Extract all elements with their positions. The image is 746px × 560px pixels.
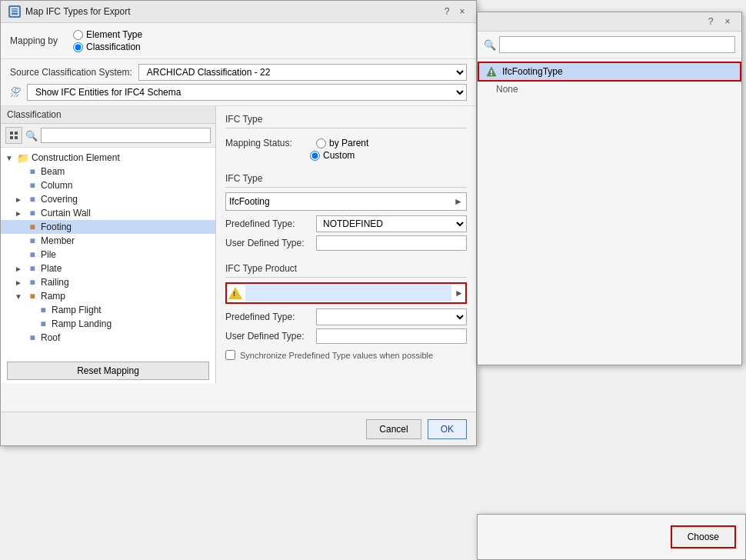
tree-label-ramp-flight: Ramp Flight: [52, 305, 102, 315]
close-button[interactable]: ×: [456, 5, 468, 18]
element-type-input[interactable]: [73, 30, 83, 40]
svg-rect-5: [10, 136, 13, 139]
custom-status-row: Custom: [310, 150, 467, 161]
ifc-type-product-row: ►: [225, 282, 467, 304]
tree-item-pile[interactable]: ■ Pile: [1, 248, 215, 262]
product-user-defined-type-input[interactable]: [316, 328, 467, 344]
search-toolbar: 🔍: [478, 32, 741, 58]
toggle-covering[interactable]: ►: [13, 194, 24, 205]
result-item-ifc-footing-type[interactable]: IfcFootingType: [478, 62, 741, 82]
main-dialog: Map IFC Types for Export ? × Mapping by …: [0, 0, 477, 446]
sync-checkbox-row: Synchronize Predefined Type values when …: [225, 350, 467, 360]
product-arrow-icon[interactable]: ►: [455, 288, 464, 298]
source-classification-combo[interactable]: ARCHICAD Classification - 22: [138, 64, 467, 81]
custom-label: Custom: [323, 150, 355, 161]
tree-item-member[interactable]: ■ Member: [1, 234, 215, 248]
reset-mapping-button[interactable]: Reset Mapping: [7, 362, 209, 380]
search-dialog-help[interactable]: ?: [704, 15, 717, 28]
classification-input[interactable]: [73, 42, 83, 52]
ok-button[interactable]: OK: [428, 419, 467, 439]
left-panel: Classification 🔍 ▼ 📁: [1, 106, 216, 383]
source-label: Source Classification System:: [10, 67, 132, 78]
custom-option[interactable]: Custom: [310, 150, 355, 161]
content-area: Classification 🔍 ▼ 📁: [1, 106, 476, 383]
tree-item-construction-element[interactable]: ▼ 📁 Construction Element: [1, 151, 215, 165]
tree-item-curtain-wall[interactable]: ► ■ Curtain Wall: [1, 206, 215, 220]
tree-label-beam: Beam: [41, 166, 65, 177]
tree-item-railing[interactable]: ► ■ Railing: [1, 275, 215, 289]
toggle-railing[interactable]: ►: [13, 277, 24, 288]
product-predefined-type-row: Predefined Type:: [225, 308, 467, 325]
tree-label-pile: Pile: [41, 249, 56, 260]
tree-item-covering[interactable]: ► ■ Covering: [1, 192, 215, 206]
tree-label-covering: Covering: [41, 194, 78, 205]
tree-item-ramp[interactable]: ▼ ■ Ramp: [1, 289, 215, 303]
product-predefined-type-combo[interactable]: [316, 308, 467, 325]
user-defined-type-input[interactable]: [316, 235, 467, 251]
toggle-ramp[interactable]: ▼: [13, 291, 24, 302]
element-type-radio[interactable]: Element Type: [73, 29, 142, 40]
element-icon-footing: ■: [26, 221, 38, 233]
svg-rect-0: [11, 8, 18, 15]
tree-item-ramp-landing[interactable]: ■ Ramp Landing: [1, 317, 215, 331]
element-icon-member: ■: [26, 235, 38, 247]
ifc-type-product-section: IFC Type Product ► Predefined Type: Us: [225, 263, 467, 360]
tree-item-footing[interactable]: ■ Footing: [1, 220, 215, 234]
ifc-type-value-row: IfcFooting ►: [225, 192, 467, 211]
toggle-curtain-wall[interactable]: ►: [13, 208, 24, 218]
result-item-none[interactable]: None: [478, 82, 741, 97]
search-dialog-close[interactable]: ×: [721, 15, 734, 28]
element-type-label: Element Type: [86, 29, 142, 40]
classification-search[interactable]: [41, 128, 211, 143]
toggle-plate[interactable]: ►: [13, 263, 24, 274]
mapping-by-section: Mapping by Element Type Classification: [1, 23, 476, 59]
sync-checkbox[interactable]: [225, 350, 235, 360]
folder-icon-construction: 📁: [17, 152, 29, 164]
tree-item-plate[interactable]: ► ■ Plate: [1, 262, 215, 275]
by-parent-option[interactable]: by Parent: [316, 138, 368, 148]
by-parent-radio[interactable]: [316, 138, 326, 148]
search-results-list: IfcFootingType None: [478, 58, 741, 100]
element-icon-roof: ■: [26, 332, 38, 344]
tree-item-roof[interactable]: ■ Roof: [1, 331, 215, 345]
tree-item-ramp-flight[interactable]: ■ Ramp Flight: [1, 303, 215, 317]
user-defined-type-label: User Defined Type:: [225, 238, 310, 248]
predefined-type-combo[interactable]: NOTDEFINED: [316, 215, 467, 232]
ifc-type-sub-section: IFC Type IfcFooting ► Predefined Type: N…: [225, 173, 467, 254]
toggle-construction-element[interactable]: ▼: [4, 152, 15, 163]
dialog-titlebar: Map IFC Types for Export ? ×: [1, 1, 476, 23]
custom-radio[interactable]: [310, 151, 320, 161]
help-button[interactable]: ?: [441, 5, 453, 18]
result-icon-footing-type: [485, 65, 498, 78]
mapping-by-label: Mapping by: [10, 35, 58, 46]
element-icon-ramp-flight: ■: [37, 304, 49, 316]
choose-button[interactable]: Choose: [671, 525, 736, 548]
tree-item-column[interactable]: ■ Column: [1, 178, 215, 192]
ifc-type-product-input[interactable]: [245, 285, 451, 302]
tree-label-ramp: Ramp: [41, 291, 65, 302]
source-classification-section: Source Classification System: ARCHICAD C…: [1, 59, 476, 106]
svg-point-9: [491, 74, 492, 75]
element-icon-railing: ■: [26, 276, 38, 288]
mapping-status-area: Mapping Status: by Parent Custom: [225, 138, 467, 164]
tree-label-footing: Footing: [41, 222, 72, 232]
product-predefined-type-label: Predefined Type:: [225, 312, 310, 322]
product-user-defined-type-label: User Defined Type:: [225, 331, 310, 342]
tree-item-beam[interactable]: ► ■ Beam: [1, 165, 215, 178]
search-glass-icon: 🔍: [484, 39, 496, 51]
search-dialog-input[interactable]: [499, 36, 735, 53]
grid-view-button[interactable]: [5, 127, 22, 144]
right-panel: IFC Type Mapping Status: by Parent Custo…: [216, 106, 476, 383]
element-icon-pile: ■: [26, 248, 38, 261]
svg-rect-4: [15, 132, 18, 135]
element-icon-curtain-wall: ■: [26, 207, 38, 219]
cancel-button[interactable]: Cancel: [366, 419, 421, 439]
sync-label: Synchronize Predefined Type values when …: [240, 351, 433, 360]
mapping-radio-group: Element Type Classification: [73, 29, 142, 52]
titlebar-left: Map IFC Types for Export: [8, 5, 131, 18]
predefined-type-row: Predefined Type: NOTDEFINED: [225, 215, 467, 232]
classification-radio[interactable]: Classification: [73, 42, 142, 52]
ifc-type-value-box[interactable]: IfcFooting ►: [225, 192, 467, 211]
filter-combo[interactable]: Show IFC Entities for IFC4 Schema: [27, 84, 467, 101]
tree-label-column: Column: [41, 180, 72, 191]
